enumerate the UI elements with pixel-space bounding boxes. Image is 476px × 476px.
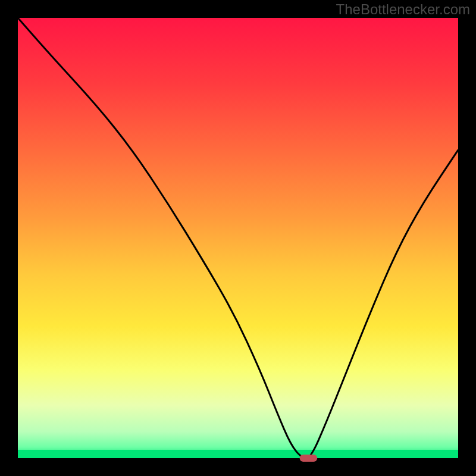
chart-frame: TheBottlenecker.com: [0, 0, 476, 476]
plot-baseline-band: [18, 450, 458, 458]
watermark-text: TheBottlenecker.com: [336, 1, 470, 18]
bottleneck-chart: [0, 0, 476, 476]
plot-background: [18, 18, 458, 458]
optimum-marker: [300, 455, 318, 462]
